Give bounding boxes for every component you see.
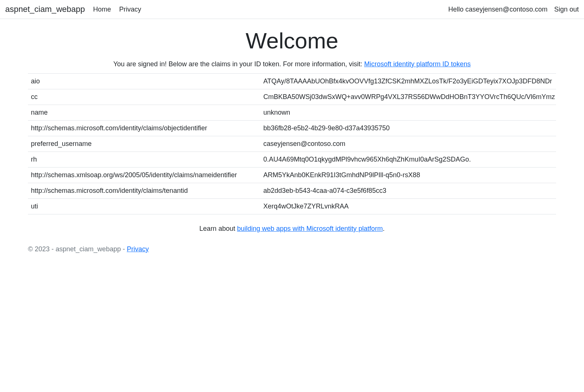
navbar-right: Hello caseyjensen@contoso.com Sign out — [448, 6, 579, 13]
claim-value: 0.AU4A69Mtq0O1qkygdMPl9vhcw965Xh6qhZhKmu… — [260, 152, 556, 168]
nav-privacy[interactable]: Privacy — [119, 6, 141, 13]
table-row: nameunknown — [28, 105, 556, 121]
footer-privacy-link[interactable]: Privacy — [127, 245, 149, 253]
table-row: aioATQAy/8TAAAAbUOhBfx4kvOOVVfg13ZfCSK2m… — [28, 74, 556, 89]
claim-key: aio — [28, 74, 260, 89]
claim-value: Xerq4wOtJke7ZYRLvnkRAA — [260, 199, 556, 214]
table-row: http://schemas.xmlsoap.org/ws/2005/05/id… — [28, 168, 556, 183]
nav-signout[interactable]: Sign out — [554, 6, 579, 13]
claim-key: uti — [28, 199, 260, 214]
claims-table: aioATQAy/8TAAAAbUOhBfx4kvOOVVfg13ZfCSK2m… — [28, 73, 556, 214]
claim-key: http://schemas.microsoft.com/identity/cl… — [28, 183, 260, 199]
learn-suffix: . — [383, 225, 385, 232]
claim-value: ARM5YkAnb0KEnkR91I3tGmhdNP9lPIll-q5n0-rs… — [260, 168, 556, 183]
table-row: rh0.AU4A69Mtq0O1qkygdMPl9vhcw965Xh6qhZhK… — [28, 152, 556, 168]
main-container: Welcome You are signed in! Below are the… — [0, 19, 584, 266]
claim-key: rh — [28, 152, 260, 168]
intro-text: You are signed in! Below are the claims … — [28, 60, 556, 68]
brand-link[interactable]: aspnet_ciam_webapp — [5, 4, 85, 14]
claim-key: http://schemas.xmlsoap.org/ws/2005/05/id… — [28, 168, 260, 183]
claim-key: http://schemas.microsoft.com/identity/cl… — [28, 121, 260, 136]
claim-key: cc — [28, 89, 260, 105]
footer: © 2023 - aspnet_ciam_webapp - Privacy — [28, 244, 556, 255]
claim-key: name — [28, 105, 260, 121]
claim-value: ATQAy/8TAAAAbUOhBfx4kvOOVVfg13ZfCSK2mhMX… — [260, 74, 556, 89]
intro-prefix: You are signed in! Below are the claims … — [113, 60, 364, 68]
nav-greeting[interactable]: Hello caseyjensen@contoso.com — [448, 6, 548, 13]
claim-value: ab2dd3eb-b543-4caa-a074-c3e5f6f85cc3 — [260, 183, 556, 199]
table-row: http://schemas.microsoft.com/identity/cl… — [28, 121, 556, 136]
navbar-left: aspnet_ciam_webapp Home Privacy — [5, 4, 141, 14]
footer-text: © 2023 - aspnet_ciam_webapp - — [28, 245, 127, 253]
claim-value: caseyjensen@contoso.com — [260, 136, 556, 152]
table-row: preferred_usernamecaseyjensen@contoso.co… — [28, 136, 556, 152]
table-row: utiXerq4wOtJke7ZYRLvnkRAA — [28, 199, 556, 214]
nav-home[interactable]: Home — [93, 6, 111, 13]
navbar: aspnet_ciam_webapp Home Privacy Hello ca… — [0, 0, 584, 19]
claim-value: CmBKBA50WSj03dwSxWQ+avv0WRPg4VXL37RS56DW… — [260, 89, 556, 105]
claim-key: preferred_username — [28, 136, 260, 152]
table-row: http://schemas.microsoft.com/identity/cl… — [28, 183, 556, 199]
learn-prefix: Learn about — [199, 225, 237, 232]
claim-value: unknown — [260, 105, 556, 121]
intro-link[interactable]: Microsoft identity platform ID tokens — [364, 60, 471, 68]
page-title: Welcome — [28, 28, 556, 54]
claim-value: bb36fb28-e5b2-4b29-9e80-d37a43935750 — [260, 121, 556, 136]
learn-link[interactable]: building web apps with Microsoft identit… — [237, 225, 383, 232]
table-row: ccCmBKBA50WSj03dwSxWQ+avv0WRPg4VXL37RS56… — [28, 89, 556, 105]
learn-text: Learn about building web apps with Micro… — [28, 225, 556, 233]
